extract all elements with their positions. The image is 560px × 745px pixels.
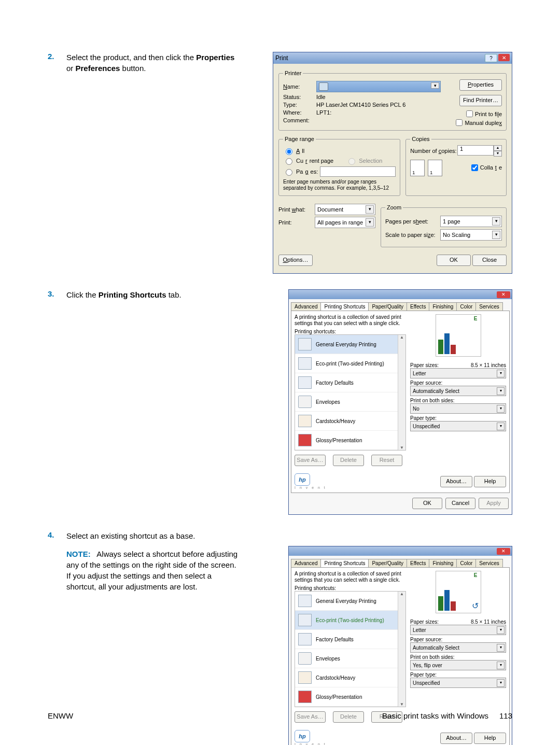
close-button[interactable]: Close xyxy=(472,255,507,266)
paper-source-select[interactable]: Automatically Select▾ xyxy=(410,642,506,653)
shortcut-item-general[interactable]: General Everyday Printing xyxy=(295,592,405,611)
step-3-number: 3. xyxy=(48,289,66,298)
save-as-button[interactable]: Save As… xyxy=(295,455,326,466)
close-icon[interactable]: ✕ xyxy=(498,54,510,61)
shortcut-list-label: Printing shortcuts: xyxy=(295,585,406,591)
scrollbar[interactable]: ▲▼ xyxy=(398,592,405,707)
tab-advanced[interactable]: Advanced xyxy=(291,302,321,311)
print-range-select[interactable]: All pages in range▾ xyxy=(315,217,375,228)
both-sides-select[interactable]: No▾ xyxy=(410,403,506,414)
close-icon[interactable]: ✕ xyxy=(497,548,510,555)
shortcut-item-factory[interactable]: Factory Defaults xyxy=(295,373,405,392)
tab-services[interactable]: Services xyxy=(475,302,502,311)
tab-advanced[interactable]: Advanced xyxy=(291,559,321,567)
chevron-down-icon: ▾ xyxy=(497,662,505,669)
paper-sizes-select[interactable]: Letter▾ xyxy=(410,368,506,378)
shortcut-item-envelopes[interactable]: Envelopes xyxy=(295,392,405,412)
tab-color[interactable]: Color xyxy=(456,559,476,567)
print-to-file-checkbox[interactable]: Print to file xyxy=(466,110,502,117)
shortcut-item-envelopes[interactable]: Envelopes xyxy=(295,649,405,668)
scrollbar[interactable]: ▲▼ xyxy=(398,335,405,450)
chevron-down-icon: ▾ xyxy=(497,370,505,377)
chevron-down-icon: ▾ xyxy=(492,217,500,226)
range-pages-radio[interactable]: Pages: xyxy=(283,166,396,177)
help-button[interactable]: Help xyxy=(474,733,506,744)
collate-checkbox[interactable]: Collate xyxy=(471,164,502,171)
spin-down-icon[interactable]: ▼ xyxy=(494,151,502,157)
shortcut-item-eco[interactable]: Eco-print (Two-sided Printing) xyxy=(295,354,405,373)
help-icon[interactable]: ? xyxy=(485,54,497,62)
tab-printing-shortcuts[interactable]: Printing Shortcuts xyxy=(320,302,369,311)
manual-duplex-checkbox[interactable]: Manual duplex xyxy=(456,119,502,126)
hp-logo-area: hp I n v e n t xyxy=(295,473,327,489)
page-footer: ENWW Basic print tasks with Windows 113 xyxy=(48,711,512,720)
shortcut-list[interactable]: General Everyday Printing Eco-print (Two… xyxy=(295,591,406,707)
glossy-icon xyxy=(298,434,312,446)
range-hint: Enter page numbers and/or page ranges se… xyxy=(283,179,396,191)
preview-icon: E xyxy=(436,571,481,613)
pages-input[interactable] xyxy=(320,166,396,177)
properties-button[interactable]: Properties xyxy=(459,79,502,91)
shortcut-item-glossy[interactable]: Glossy/Presentation xyxy=(295,687,405,707)
tab-printing-shortcuts[interactable]: Printing Shortcuts xyxy=(320,559,369,567)
close-icon[interactable]: ✕ xyxy=(497,291,510,298)
note-text: Always select a shortcut before adjustin… xyxy=(66,550,237,591)
shortcut-item-factory[interactable]: Factory Defaults xyxy=(295,630,405,649)
printer-name-select[interactable] xyxy=(316,81,441,92)
zoom-fieldset: Zoom Pages per sheet:1 page▾ Scale to pa… xyxy=(381,204,507,247)
shortcut-description: A printing shortcut is a collection of s… xyxy=(295,314,406,327)
find-printer-button[interactable]: Find Printer… xyxy=(459,95,502,106)
spin-up-icon[interactable]: ▲ xyxy=(494,145,502,151)
cancel-button[interactable]: Cancel xyxy=(445,498,475,509)
shortcut-item-eco[interactable]: Eco-print (Two-sided Printing) xyxy=(295,611,405,630)
tab-finishing[interactable]: Finishing xyxy=(429,559,457,567)
reset-button[interactable]: Reset xyxy=(371,455,402,466)
step-4-number: 4. xyxy=(48,530,66,539)
paper-source-select[interactable]: Automatically Select▾ xyxy=(410,386,506,396)
ok-button[interactable]: OK xyxy=(412,498,442,509)
help-button[interactable]: Help xyxy=(474,476,506,487)
pages-per-sheet-select[interactable]: 1 page▾ xyxy=(440,216,502,227)
chevron-down-icon: ▾ xyxy=(497,679,505,687)
range-current-radio[interactable]: Current page xyxy=(283,157,333,165)
chevron-down-icon: ▾ xyxy=(366,205,374,214)
print-what-select[interactable]: Document▾ xyxy=(315,204,375,215)
tab-services[interactable]: Services xyxy=(475,559,502,567)
hp-logo-area: hp I n v e n t xyxy=(295,730,327,745)
chevron-down-icon: ▾ xyxy=(492,231,500,239)
shortcut-item-cardstock[interactable]: Cardstock/Heavy xyxy=(295,668,405,687)
tab-paper-quality[interactable]: Paper/Quality xyxy=(368,302,407,311)
paper-sizes-select[interactable]: Letter▾ xyxy=(410,625,506,635)
cardstock-icon xyxy=(298,671,312,684)
page-range-fieldset: Page range All Current page Selection Pa… xyxy=(278,136,400,196)
delete-button[interactable]: Delete xyxy=(333,455,364,466)
copies-spinner[interactable]: 1 ▲▼ xyxy=(457,145,502,157)
tabs-bar: Advanced Printing Shortcuts Paper/Qualit… xyxy=(291,559,510,567)
about-button[interactable]: About… xyxy=(440,733,472,744)
shortcut-item-cardstock[interactable]: Cardstock/Heavy xyxy=(295,412,405,431)
type-value: HP LaserJet CM1410 Series PCL 6 xyxy=(316,102,441,108)
about-button[interactable]: About… xyxy=(440,476,472,487)
tab-effects[interactable]: Effects xyxy=(407,302,429,311)
paper-type-select[interactable]: Unspecified▾ xyxy=(410,421,506,431)
chevron-down-icon: ▾ xyxy=(497,626,505,634)
tab-effects[interactable]: Effects xyxy=(407,559,429,567)
apply-button[interactable]: Apply xyxy=(479,498,509,509)
both-sides-select[interactable]: Yes, flip over▾ xyxy=(410,660,506,670)
scale-select[interactable]: No Scaling▾ xyxy=(440,229,502,241)
paper-type-select[interactable]: Unspecified▾ xyxy=(410,678,506,688)
tab-finishing[interactable]: Finishing xyxy=(429,302,457,311)
shortcut-item-glossy[interactable]: Glossy/Presentation xyxy=(295,431,405,450)
shortcut-list[interactable]: General Everyday Printing Eco-print (Two… xyxy=(295,334,406,451)
range-all-radio[interactable]: All xyxy=(283,147,396,155)
chevron-down-icon: ▾ xyxy=(497,644,505,652)
tab-paper-quality[interactable]: Paper/Quality xyxy=(368,559,407,567)
tabs-bar: Advanced Printing Shortcuts Paper/Qualit… xyxy=(291,302,510,311)
tab-color[interactable]: Color xyxy=(456,302,476,311)
envelope-icon xyxy=(298,652,312,665)
range-selection-radio: Selection xyxy=(346,157,382,165)
ok-button[interactable]: OK xyxy=(437,255,471,266)
options-button[interactable]: Options… xyxy=(278,255,313,266)
shortcut-item-general[interactable]: General Everyday Printing xyxy=(295,335,405,354)
hp-logo-icon: hp xyxy=(295,473,310,486)
